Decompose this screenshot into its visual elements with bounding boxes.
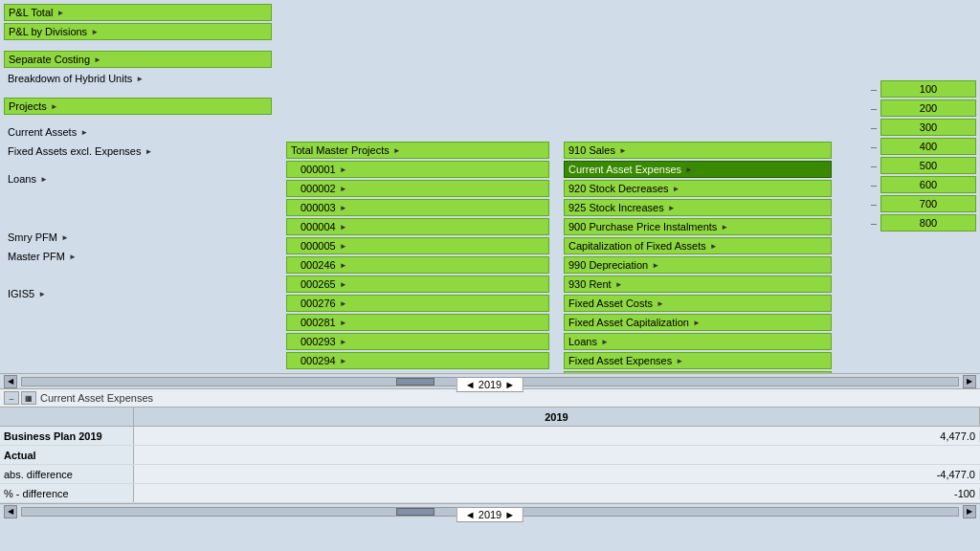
- list-item[interactable]: 000003 ►: [286, 199, 556, 216]
- 925-label: 925 Stock Increases: [568, 202, 664, 213]
- bottom-scroll-right-btn[interactable]: ▶: [963, 505, 976, 518]
- list-item[interactable]: Fixed Asset Capitalization ►: [564, 314, 838, 331]
- 000294-item[interactable]: 000294 ►: [286, 352, 549, 369]
- 000002-item[interactable]: 000002 ►: [286, 180, 549, 197]
- 930-label: 930 Rent: [568, 278, 612, 290]
- year-badge: ◄ 2019 ►: [457, 377, 523, 392]
- arrow-icon: ►: [340, 261, 347, 270]
- 920-item[interactable]: 920 Stock Decreases ►: [564, 180, 832, 197]
- list-item[interactable]: Loans ►: [564, 333, 838, 350]
- pl-divisions-item[interactable]: P&L by Divisions ►: [4, 23, 272, 40]
- fixed-assets-item[interactable]: Fixed Assets excl. Expenses ►: [4, 143, 272, 160]
- scroll-right-btn[interactable]: ▶: [963, 375, 976, 388]
- 910-sales-item[interactable]: 910 Sales ►: [564, 142, 832, 159]
- loans-right-item[interactable]: Loans ►: [564, 333, 832, 350]
- list-item[interactable]: Projects ►: [4, 98, 278, 115]
- 000001-item[interactable]: 000001 ►: [286, 161, 549, 178]
- list-item[interactable]: 000276 ►: [286, 295, 556, 312]
- 990-item[interactable]: 990 Depreciation ►: [564, 256, 832, 274]
- list-item[interactable]: 000005 ►: [286, 237, 556, 254]
- scroll-track[interactable]: ◄ 2019 ►: [21, 377, 959, 386]
- number-separator: –: [871, 102, 877, 114]
- fixed-asset-exp-item[interactable]: Fixed Asset Expenses ►: [564, 352, 832, 369]
- list-item[interactable]: 000246 ►: [286, 256, 556, 274]
- list-item[interactable]: P&L by Divisions ►: [4, 23, 278, 40]
- list-item[interactable]: P&L Total ►: [4, 4, 278, 21]
- 000281-label: 000281: [301, 317, 336, 328]
- list-item[interactable]: 000293 ►: [286, 333, 556, 350]
- bottom-scroll-left-btn[interactable]: ◀: [4, 505, 17, 518]
- list-item[interactable]: 920 Stock Decreases ►: [564, 180, 838, 197]
- list-item[interactable]: 000001 ►: [286, 161, 556, 178]
- list-item[interactable]: Loans ►: [4, 170, 278, 187]
- data-row-pct-diff: % - difference -100: [0, 484, 980, 503]
- projects-item[interactable]: Projects ►: [4, 98, 272, 115]
- 000276-item[interactable]: 000276 ►: [286, 295, 549, 312]
- current-assets-item[interactable]: Current Assets ►: [4, 123, 272, 141]
- 000005-item[interactable]: 000005 ►: [286, 237, 549, 254]
- current-asset-expenses-row[interactable]: Current Asset Expenses ►: [564, 161, 838, 178]
- list-item[interactable]: 990 Depreciation ►: [564, 256, 838, 274]
- list-item[interactable]: Smry PFM ►: [4, 229, 278, 246]
- list-item[interactable]: Fixed Assets excl. Expenses ►: [4, 143, 278, 160]
- 930-item[interactable]: 930 Rent ►: [564, 276, 832, 293]
- 000003-label: 000003: [301, 202, 336, 213]
- capitalization-item[interactable]: Capitalization of Fixed Assets ►: [564, 237, 832, 254]
- list-item[interactable]: Capitalization of Fixed Assets ►: [564, 237, 838, 254]
- list-item[interactable]: 000004 ►: [286, 218, 556, 235]
- master-pfm-item[interactable]: Master PFM ►: [4, 248, 272, 265]
- fixed-asset-cap-item[interactable]: Fixed Asset Capitalization ►: [564, 314, 832, 331]
- fixed-asset-costs-item[interactable]: Fixed Asset Costs ►: [564, 295, 832, 312]
- total-master-projects-row[interactable]: Total Master Projects ►: [286, 142, 556, 159]
- list-item[interactable]: Separate Costing ►: [4, 51, 278, 68]
- list-item[interactable]: Current Assets ►: [4, 123, 278, 141]
- list-item[interactable]: Master PFM ►: [4, 248, 278, 265]
- data-row-business-plan: Business Plan 2019 4,477.0: [0, 427, 980, 446]
- 000265-item[interactable]: 000265 ►: [286, 276, 549, 293]
- 910-sales-row[interactable]: 910 Sales ►: [564, 142, 838, 159]
- pl-total-item[interactable]: P&L Total ►: [4, 4, 272, 21]
- loans-label: Loans: [8, 173, 36, 185]
- igis5-item[interactable]: IGIS5 ►: [4, 285, 272, 302]
- list-item[interactable]: Breakdown of Hybrid Units ►: [4, 70, 278, 87]
- top-scrollbar[interactable]: ◀ ◄ 2019 ► ▶: [0, 373, 980, 388]
- data-row-actual: Actual: [0, 446, 980, 465]
- 000246-item[interactable]: 000246 ►: [286, 256, 549, 274]
- separate-costing-item[interactable]: Separate Costing ►: [4, 51, 272, 68]
- list-item[interactable]: 000294 ►: [286, 352, 556, 369]
- 000246-label: 000246: [301, 259, 336, 271]
- arrow-icon: ►: [340, 319, 347, 327]
- 910-sales-label: 910 Sales: [568, 144, 615, 156]
- current-asset-expenses-label: Current Asset Expenses: [568, 164, 681, 175]
- list-item[interactable]: 000281 ►: [286, 314, 556, 331]
- total-master-projects-item[interactable]: Total Master Projects ►: [286, 142, 549, 159]
- breakdown-item[interactable]: Breakdown of Hybrid Units ►: [4, 70, 272, 87]
- list-item[interactable]: 925 Stock Increases ►: [564, 199, 838, 216]
- 925-item[interactable]: 925 Stock Increases ►: [564, 199, 832, 216]
- 000004-item[interactable]: 000004 ►: [286, 218, 549, 235]
- num-600: 600: [880, 176, 976, 193]
- pl-total-label: P&L Total: [9, 7, 53, 18]
- list-item[interactable]: 000002 ►: [286, 180, 556, 197]
- 900-item[interactable]: 900 Purchase Price Instalments ►: [564, 218, 832, 235]
- current-asset-expenses-item[interactable]: Current Asset Expenses ►: [564, 161, 832, 178]
- number-separator: –: [871, 198, 877, 209]
- pct-diff-label: % - difference: [0, 484, 134, 502]
- 000293-item[interactable]: 000293 ►: [286, 333, 549, 350]
- list-item[interactable]: IGIS5 ►: [4, 285, 278, 302]
- bottom-scrollbar[interactable]: ◀ ◄ 2019 ► ▶: [0, 503, 980, 518]
- grid-icon[interactable]: ▦: [21, 391, 36, 405]
- loans-item[interactable]: Loans ►: [4, 170, 272, 187]
- arrow-icon: ►: [145, 147, 152, 156]
- list-item[interactable]: Fixed Asset Costs ►: [564, 295, 838, 312]
- minus-icon[interactable]: –: [4, 391, 19, 405]
- 000281-item[interactable]: 000281 ►: [286, 314, 549, 331]
- smry-pfm-item[interactable]: Smry PFM ►: [4, 229, 272, 246]
- list-item[interactable]: Fixed Asset Expenses ►: [564, 352, 838, 369]
- scroll-left-btn[interactable]: ◀: [4, 375, 17, 388]
- 000003-item[interactable]: 000003 ►: [286, 199, 549, 216]
- list-item[interactable]: 000265 ►: [286, 276, 556, 293]
- bottom-scroll-track[interactable]: ◄ 2019 ►: [21, 507, 959, 517]
- list-item[interactable]: 930 Rent ►: [564, 276, 838, 293]
- list-item[interactable]: 900 Purchase Price Instalments ►: [564, 218, 838, 235]
